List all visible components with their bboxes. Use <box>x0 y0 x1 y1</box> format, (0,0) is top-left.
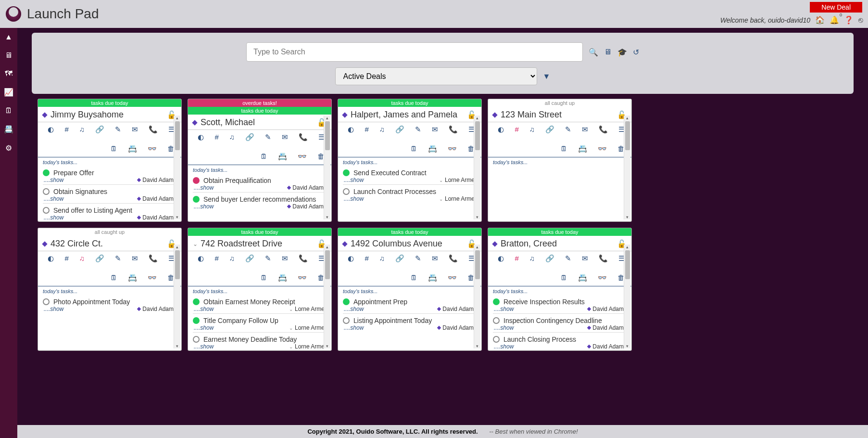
link-icon[interactable]: 🔗 <box>95 254 104 263</box>
show-link[interactable]: ....show <box>344 177 364 183</box>
show-link[interactable]: ....show <box>44 306 63 312</box>
new-deal-button[interactable]: New Deal <box>810 2 862 13</box>
music-icon[interactable]: ♫ <box>79 254 85 263</box>
phone-icon[interactable]: 📞 <box>599 254 608 263</box>
scroll-thumb[interactable] <box>475 250 480 279</box>
glasses-icon[interactable]: 👓 <box>448 273 457 282</box>
link-icon[interactable]: 🔗 <box>245 254 254 263</box>
show-link[interactable]: ....show <box>344 195 364 202</box>
edit-icon[interactable]: ✎ <box>565 254 571 263</box>
task-status-dot[interactable] <box>43 298 50 305</box>
cal-icon[interactable]: 🗓 <box>560 273 567 282</box>
music-icon[interactable]: ♫ <box>79 125 85 134</box>
task-status-dot[interactable] <box>493 336 500 343</box>
card-scrollbar[interactable]: ▴▾ <box>174 116 180 219</box>
cal-icon[interactable]: 🗓 <box>260 273 267 282</box>
mail-icon[interactable]: ✉ <box>282 133 288 142</box>
cal-icon[interactable]: 🗓 <box>410 273 417 282</box>
card-icon[interactable]: 📇 <box>428 144 437 153</box>
edit-icon[interactable]: ✎ <box>565 125 571 134</box>
edit-icon[interactable]: ✎ <box>415 254 421 263</box>
glasses-icon[interactable]: 👓 <box>598 144 607 153</box>
hash-icon[interactable]: # <box>64 254 68 263</box>
task-status-dot[interactable] <box>43 188 50 195</box>
mail-icon[interactable]: ✉ <box>582 125 588 134</box>
card-scrollbar[interactable]: ▴▾ <box>324 245 330 348</box>
hash-icon[interactable]: # <box>365 125 368 134</box>
glasses-icon[interactable]: 👓 <box>148 144 157 153</box>
phone-icon[interactable]: 📞 <box>449 125 458 134</box>
cal-icon[interactable]: 🗓 <box>110 144 117 153</box>
phone-icon[interactable]: 📞 <box>149 125 158 134</box>
card-scrollbar[interactable]: ▴▾ <box>174 245 180 348</box>
show-link[interactable]: ....show <box>194 324 214 331</box>
task-status-dot[interactable] <box>343 317 350 324</box>
mail-icon[interactable]: ✉ <box>582 254 588 263</box>
mail-icon[interactable]: ✉ <box>432 254 438 263</box>
scroll-down-icon[interactable]: ▾ <box>176 215 178 219</box>
deal-title[interactable]: 432 Circle Ct. <box>50 239 167 249</box>
search-icon[interactable]: 🔍 <box>589 48 598 57</box>
scroll-up-icon[interactable]: ▴ <box>176 245 178 249</box>
show-link[interactable]: ....show <box>194 306 214 312</box>
hash-icon[interactable]: # <box>214 133 218 142</box>
link-icon[interactable]: 🔗 <box>545 254 554 263</box>
scroll-down-icon[interactable]: ▾ <box>476 215 478 219</box>
scroll-up-icon[interactable]: ▴ <box>326 116 328 120</box>
card-icon[interactable]: 📇 <box>428 273 437 282</box>
dash-icon[interactable]: ◐ <box>498 254 504 263</box>
show-link[interactable]: ....show <box>44 177 63 183</box>
show-link[interactable]: ....show <box>194 203 214 210</box>
deal-title[interactable]: Jimmy Buysahome <box>50 110 167 120</box>
task-status-dot[interactable] <box>493 317 500 324</box>
show-link[interactable]: ....show <box>494 306 514 312</box>
music-icon[interactable]: ♫ <box>529 254 535 263</box>
hash-icon[interactable]: # <box>515 254 518 263</box>
dash-icon[interactable]: ◐ <box>198 133 204 142</box>
cal-icon[interactable]: 🗓 <box>410 144 417 153</box>
scroll-down-icon[interactable]: ▾ <box>626 344 629 348</box>
card-icon[interactable]: 📇 <box>278 152 287 161</box>
dash-icon[interactable]: ◐ <box>498 125 504 134</box>
mail-icon[interactable]: ✉ <box>282 254 288 263</box>
nav-calendar-icon[interactable]: 🗓 <box>5 106 13 115</box>
task-status-dot[interactable] <box>343 188 350 195</box>
scroll-thumb[interactable] <box>175 250 180 279</box>
music-icon[interactable]: ♫ <box>379 254 385 263</box>
scroll-thumb[interactable] <box>475 121 480 150</box>
link-icon[interactable]: 🔗 <box>95 125 104 134</box>
card-scrollbar[interactable]: ▴▾ <box>324 116 330 219</box>
dash-icon[interactable]: ◐ <box>198 254 204 263</box>
monitor-icon[interactable]: 🖥 <box>604 48 612 56</box>
scroll-thumb[interactable] <box>625 121 630 150</box>
scroll-up-icon[interactable]: ▴ <box>626 116 629 120</box>
scroll-up-icon[interactable]: ▴ <box>476 116 478 120</box>
edit-icon[interactable]: ✎ <box>115 254 121 263</box>
mail-icon[interactable]: ✉ <box>432 125 438 134</box>
edit-icon[interactable]: ✎ <box>265 254 271 263</box>
scroll-down-icon[interactable]: ▾ <box>626 215 629 219</box>
card-scrollbar[interactable]: ▴▾ <box>624 116 630 219</box>
cal-icon[interactable]: 🗓 <box>560 144 567 153</box>
nav-contact-icon[interactable]: 📇 <box>4 125 13 134</box>
dash-icon[interactable]: ◐ <box>348 254 354 263</box>
glasses-icon[interactable]: 👓 <box>298 273 307 282</box>
phone-icon[interactable]: 📞 <box>149 254 158 263</box>
task-status-dot[interactable] <box>343 298 350 305</box>
logout-icon[interactable]: ⎋ <box>858 16 863 25</box>
link-icon[interactable]: 🔗 <box>245 133 254 142</box>
music-icon[interactable]: ♫ <box>229 254 235 263</box>
music-icon[interactable]: ♫ <box>529 125 535 134</box>
scroll-up-icon[interactable]: ▴ <box>476 245 478 249</box>
deal-title[interactable]: Halpert, James and Pamela <box>351 110 467 120</box>
mail-icon[interactable]: ✉ <box>132 125 138 134</box>
scroll-down-icon[interactable]: ▾ <box>326 344 328 348</box>
home-icon[interactable]: 🏠 <box>815 15 825 25</box>
phone-icon[interactable]: 📞 <box>599 125 608 134</box>
nav-rocket-icon[interactable]: ▲ <box>5 33 13 41</box>
nav-settings-icon[interactable]: ⚙ <box>5 143 12 153</box>
show-link[interactable]: ....show <box>344 324 364 331</box>
dash-icon[interactable]: ◐ <box>48 254 54 263</box>
graduate-icon[interactable]: 🎓 <box>617 48 627 57</box>
task-status-dot[interactable] <box>193 196 200 203</box>
